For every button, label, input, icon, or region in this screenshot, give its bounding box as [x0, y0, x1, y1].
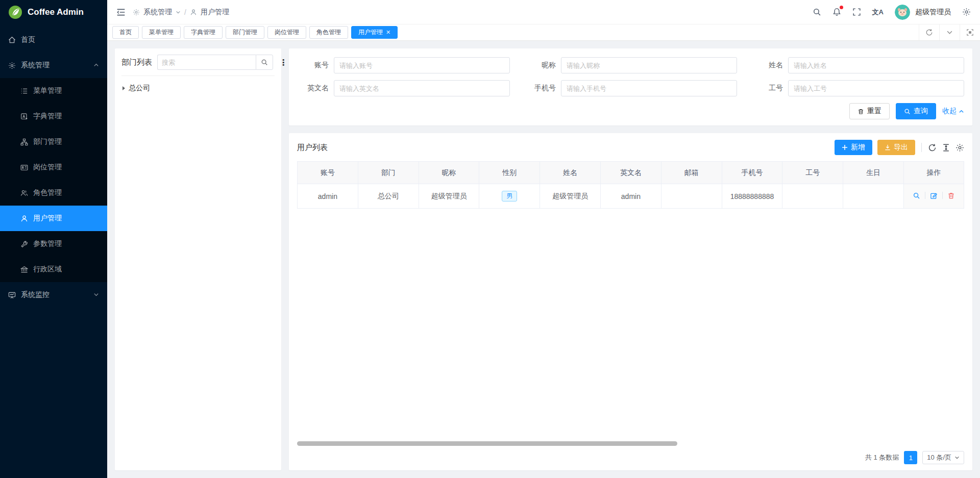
- sidebar-item-region-mgmt[interactable]: 行政区域: [0, 257, 107, 282]
- trash-icon: [857, 108, 864, 115]
- table-empty-space: [297, 209, 964, 440]
- export-button[interactable]: 导出: [877, 140, 915, 155]
- col-worker-id[interactable]: 工号: [782, 162, 843, 184]
- sidebar-group-system[interactable]: 系统管理: [0, 53, 107, 78]
- tree-node-company[interactable]: 总公司: [121, 81, 275, 95]
- tab-post-mgmt[interactable]: 岗位管理: [267, 26, 306, 39]
- user-table: 账号 部门 昵称 性别 姓名 英文名 邮箱 手机号 工号 生日: [297, 161, 964, 209]
- dictionary-icon: [20, 113, 28, 120]
- refresh-icon[interactable]: [928, 143, 937, 152]
- sidebar-item-menu-mgmt[interactable]: 菜单管理: [0, 78, 107, 104]
- scrollbar-thumb[interactable]: [297, 441, 677, 446]
- gear-icon[interactable]: [955, 143, 964, 152]
- sidebar-group-monitor[interactable]: 系统监控: [0, 282, 107, 308]
- field-account: 账号: [297, 57, 510, 73]
- reset-button[interactable]: 重置: [849, 103, 890, 119]
- col-dept[interactable]: 部门: [358, 162, 419, 184]
- dept-search-input[interactable]: [157, 55, 256, 70]
- pagination: 共 1 条数据 1 10 条/页: [297, 449, 964, 465]
- org-chart-icon: [20, 138, 28, 146]
- sidebar-item-dict-mgmt[interactable]: 字典管理: [0, 104, 107, 129]
- collapse-link[interactable]: 收起: [942, 107, 964, 116]
- menu-fold-icon[interactable]: [116, 8, 126, 17]
- account-input[interactable]: [334, 57, 510, 73]
- search-form-grid: 账号 昵称 姓名 英文名: [297, 57, 964, 96]
- query-button[interactable]: 查询: [896, 103, 936, 119]
- table-wrap: 账号 部门 昵称 性别 姓名 英文名 邮箱 手机号 工号 生日: [297, 161, 964, 465]
- edit-icon[interactable]: [930, 192, 938, 199]
- dept-search-button[interactable]: [256, 55, 273, 70]
- action-divider: [925, 192, 925, 199]
- sidebar-item-user-mgmt[interactable]: 用户管理: [0, 206, 107, 231]
- col-email[interactable]: 邮箱: [661, 162, 722, 184]
- tab-dept-mgmt[interactable]: 部门管理: [226, 26, 264, 39]
- sidebar-item-role-mgmt[interactable]: 角色管理: [0, 180, 107, 206]
- tab-home[interactable]: 首页: [112, 26, 139, 39]
- tab-close-icon[interactable]: ✕: [386, 30, 390, 35]
- sidebar-item-dept-mgmt[interactable]: 部门管理: [0, 129, 107, 155]
- tab-user-mgmt[interactable]: 用户管理 ✕: [351, 26, 398, 39]
- maximize-icon[interactable]: [960, 24, 980, 40]
- refresh-icon[interactable]: [919, 24, 939, 40]
- tab-menu-mgmt[interactable]: 菜单管理: [142, 26, 181, 39]
- search-form-panel: 账号 昵称 姓名 英文名: [289, 48, 972, 125]
- sidebar-item-param-mgmt[interactable]: 参数管理: [0, 231, 107, 257]
- search-icon[interactable]: [813, 8, 821, 16]
- add-button[interactable]: 新增: [835, 140, 872, 155]
- search-icon: [904, 108, 911, 115]
- cell-english-name: admin: [600, 184, 661, 209]
- user-name[interactable]: 超级管理员: [915, 8, 951, 17]
- breadcrumb-separator: /: [184, 8, 186, 16]
- table-panel-header: 用户列表 新增 导出: [297, 140, 964, 155]
- nickname-input[interactable]: [561, 57, 737, 73]
- translate-icon[interactable]: 文A: [872, 8, 884, 17]
- english-name-input[interactable]: [334, 80, 510, 96]
- dept-panel-header: 部门列表 ⋮: [121, 55, 275, 76]
- col-account[interactable]: 账号: [298, 162, 358, 184]
- field-name: 姓名: [751, 57, 964, 73]
- kebab-menu-icon[interactable]: ⋮: [278, 58, 288, 67]
- avatar[interactable]: [895, 5, 910, 20]
- settings-gear-icon[interactable]: [962, 8, 971, 16]
- tab-bar-controls: [919, 24, 980, 40]
- sidebar-item-post-mgmt[interactable]: 岗位管理: [0, 155, 107, 180]
- tab-role-mgmt[interactable]: 角色管理: [309, 26, 348, 39]
- cell-worker-id: [782, 184, 843, 209]
- monitor-icon: [8, 291, 16, 299]
- sidebar-item-home[interactable]: 首页: [0, 27, 107, 53]
- phone-input[interactable]: [561, 80, 737, 96]
- col-nickname[interactable]: 昵称: [419, 162, 479, 184]
- dept-tree-panel: 部门列表 ⋮ 总公司: [115, 48, 281, 470]
- caret-right-icon[interactable]: [122, 86, 125, 90]
- download-icon: [885, 144, 891, 150]
- content-area: 部门列表 ⋮ 总公司: [107, 41, 980, 478]
- page-button-1[interactable]: 1: [904, 451, 917, 464]
- brand-leaf-icon: [8, 5, 22, 19]
- worker-id-input[interactable]: [788, 80, 964, 96]
- tab-dict-mgmt[interactable]: 字典管理: [184, 26, 223, 39]
- name-input[interactable]: [788, 57, 964, 73]
- delete-icon[interactable]: [947, 192, 955, 199]
- top-header: 系统管理 / 用户管理 文A 超级管理员: [107, 0, 980, 24]
- col-english-name[interactable]: 英文名: [600, 162, 661, 184]
- col-birthday[interactable]: 生日: [843, 162, 904, 184]
- col-gender[interactable]: 性别: [479, 162, 540, 184]
- field-nickname: 昵称: [524, 57, 737, 73]
- view-icon[interactable]: [913, 192, 920, 199]
- page-size-select[interactable]: 10 条/页: [922, 451, 964, 464]
- table-row: admin 总公司 超级管理员 男 超级管理员 admin 1888888888…: [298, 184, 964, 209]
- col-name[interactable]: 姓名: [540, 162, 601, 184]
- brand-title: Coffee Admin: [28, 7, 84, 17]
- row-height-icon[interactable]: [942, 143, 950, 152]
- fullscreen-icon[interactable]: [852, 8, 861, 16]
- roles-icon: [20, 189, 28, 197]
- col-phone[interactable]: 手机号: [722, 162, 782, 184]
- breadcrumb-level1[interactable]: 系统管理: [143, 8, 172, 17]
- gender-tag: 男: [502, 191, 517, 202]
- cell-name: 超级管理员: [540, 184, 601, 209]
- chevron-down-icon[interactable]: [939, 24, 960, 40]
- notification-bell-icon[interactable]: [832, 8, 841, 16]
- chevron-up-icon: [959, 109, 964, 114]
- col-actions: 操作: [904, 162, 964, 184]
- tree-node-label: 总公司: [129, 84, 150, 93]
